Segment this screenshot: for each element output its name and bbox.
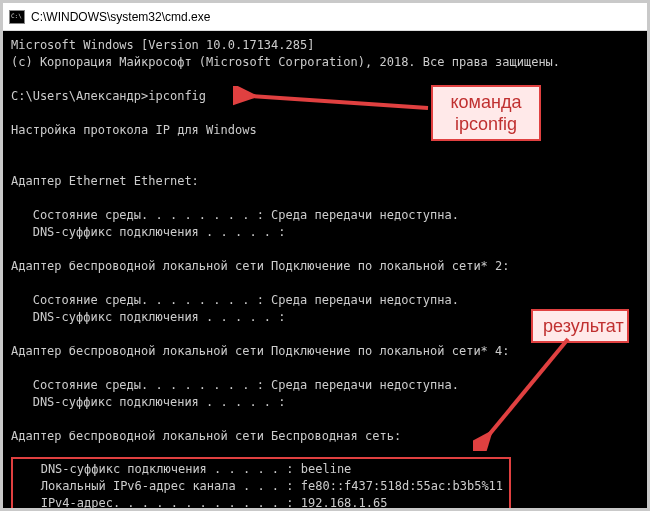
adapter-ethernet-dns: DNS-суффикс подключения . . . . . : [11,224,639,241]
adapter-ethernet-state: Состояние среды. . . . . . . . : Среда п… [11,207,639,224]
adapter-wlan2-title: Адаптер беспроводной локальной сети Подк… [11,258,639,275]
adapter-wlan4-title: Адаптер беспроводной локальной сети Подк… [11,343,639,360]
annotation-result: результат [531,309,629,343]
cmd-icon [9,10,25,24]
adapter-wireless-title: Адаптер беспроводной локальной сети Бесп… [11,428,639,445]
adapter-wlan4-dns: DNS-суффикс подключения . . . . . : [11,394,639,411]
prompt-line: C:\Users\Александр>ipconfig [11,88,639,105]
titlebar[interactable]: C:\WINDOWS\system32\cmd.exe [3,3,647,31]
window-title: C:\WINDOWS\system32\cmd.exe [31,10,210,24]
annotation-command-line2: ipconfig [443,113,529,135]
result-ipv4: IPv4-адрес. . . . . . . . . . . . : 192.… [19,495,503,508]
annotation-command-line1: команда [443,91,529,113]
result-highlight-box: DNS-суффикс подключения . . . . . : beel… [11,457,511,508]
copyright-line: (c) Корпорация Майкрософт (Microsoft Cor… [11,54,639,71]
adapter-ethernet-title: Адаптер Ethernet Ethernet: [11,173,639,190]
config-title: Настройка протокола IP для Windows [11,122,639,139]
adapter-wlan2-state: Состояние среды. . . . . . . . : Среда п… [11,292,639,309]
cmd-window: C:\WINDOWS\system32\cmd.exe Microsoft Wi… [0,0,650,511]
result-dns: DNS-суффикс подключения . . . . . : beel… [19,461,503,478]
version-line: Microsoft Windows [Version 10.0.17134.28… [11,37,639,54]
result-ipv6: Локальный IPv6-адрес канала . . . : fe80… [19,478,503,495]
annotation-command: команда ipconfig [431,85,541,141]
adapter-wlan4-state: Состояние среды. . . . . . . . : Среда п… [11,377,639,394]
terminal-area[interactable]: Microsoft Windows [Version 10.0.17134.28… [3,31,647,508]
